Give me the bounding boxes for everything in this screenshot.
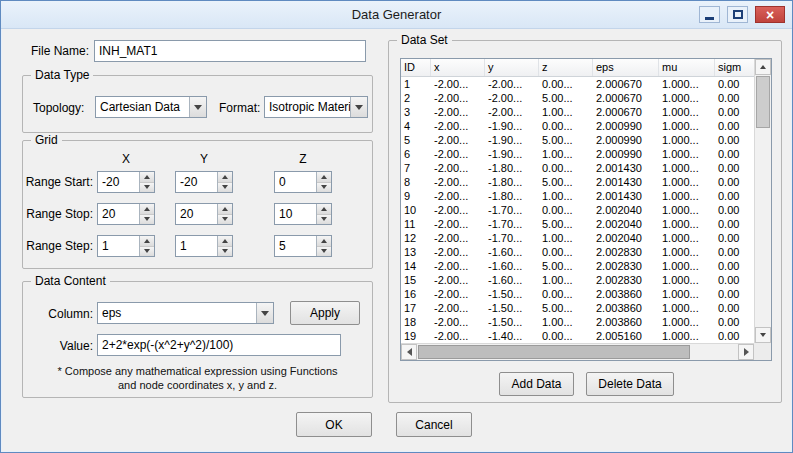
data-content-group: Data Content Column: eps Apply Value: 2+… — [22, 281, 373, 398]
spin-up-icon[interactable] — [317, 236, 331, 247]
column-header-y[interactable]: y — [485, 59, 539, 76]
spinner-value[interactable]: 1 — [176, 236, 217, 256]
spin-up-icon[interactable] — [218, 172, 232, 183]
spin-down-icon[interactable] — [140, 247, 154, 257]
spin-down-icon[interactable] — [140, 215, 154, 225]
vertical-scrollbar[interactable] — [754, 59, 771, 343]
table-row[interactable]: 4-2.00...-1.90...0.00...2.0009901.000...… — [401, 119, 756, 133]
column-header-eps[interactable]: eps — [593, 59, 659, 76]
delete-data-button[interactable]: Delete Data — [586, 372, 674, 396]
spin-up-icon[interactable] — [218, 236, 232, 247]
range-start-y-spinner[interactable]: -20 — [175, 171, 233, 193]
column-header-sigma[interactable]: sigm — [715, 59, 756, 76]
titlebar[interactable]: Data Generator × — [1, 1, 792, 29]
add-data-button[interactable]: Add Data — [499, 372, 574, 396]
window-controls: × — [699, 6, 785, 23]
table-cell: 0.00... — [539, 161, 593, 175]
format-combobox[interactable]: Isotropic Materia — [264, 96, 368, 118]
spinner-value[interactable]: 5 — [275, 236, 316, 256]
column-header-x[interactable]: x — [431, 59, 485, 76]
scroll-left-button[interactable] — [401, 344, 417, 360]
spin-down-icon[interactable] — [317, 183, 331, 193]
table-cell: 2.000670 — [593, 91, 659, 105]
table-cell: 1.000... — [659, 245, 715, 259]
range-step-y-spinner[interactable]: 1 — [175, 235, 233, 257]
table-row[interactable]: 8-2.00...-1.80...5.00...2.0014301.000...… — [401, 175, 756, 189]
scroll-up-button[interactable] — [755, 59, 771, 75]
scroll-down-button[interactable] — [755, 327, 771, 343]
cancel-button[interactable]: Cancel — [396, 412, 472, 437]
chevron-down-icon[interactable] — [350, 97, 367, 117]
spinner-value[interactable]: -20 — [98, 172, 139, 192]
spinner-value[interactable]: 1 — [98, 236, 139, 256]
table-row[interactable]: 16-2.00...-1.50...0.00...2.0038601.000..… — [401, 287, 756, 301]
spin-down-icon[interactable] — [218, 247, 232, 257]
range-stop-y-spinner[interactable]: 20 — [175, 203, 233, 225]
table-row[interactable]: 6-2.00...-1.90...1.00...2.0009901.000...… — [401, 147, 756, 161]
spin-down-icon[interactable] — [317, 215, 331, 225]
table-row[interactable]: 12-2.00...-1.70...1.00...2.0020401.000..… — [401, 231, 756, 245]
spin-down-icon[interactable] — [317, 247, 331, 257]
spinner-value[interactable]: 20 — [176, 204, 217, 224]
column-header-mu[interactable]: mu — [659, 59, 715, 76]
table-row[interactable]: 10-2.00...-1.70...0.00...2.0020401.000..… — [401, 203, 756, 217]
ok-button[interactable]: OK — [296, 412, 372, 437]
table-row[interactable]: 7-2.00...-1.80...0.00...2.0014301.000...… — [401, 161, 756, 175]
table-row[interactable]: 13-2.00...-1.60...0.00...2.0028301.000..… — [401, 245, 756, 259]
spin-up-icon[interactable] — [140, 236, 154, 247]
scroll-right-button[interactable] — [738, 344, 754, 360]
range-step-z-spinner[interactable]: 5 — [274, 235, 332, 257]
spin-down-icon[interactable] — [140, 183, 154, 193]
data-set-table-header: ID x y z eps mu sigm — [401, 59, 756, 77]
spinner-value[interactable]: 0 — [275, 172, 316, 192]
file-name-input[interactable]: INH_MAT1 — [94, 40, 366, 62]
table-row[interactable]: 18-2.00...-1.50...1.00...2.0038601.000..… — [401, 315, 756, 329]
table-cell: -1.50... — [485, 287, 539, 301]
apply-button[interactable]: Apply — [290, 301, 360, 325]
value-input[interactable]: 2+2*exp(-(x^2+y^2)/100) — [97, 334, 341, 356]
close-button[interactable]: × — [755, 6, 785, 23]
table-row[interactable]: 19-2.00...-1.40...0.00...2.0051601.000..… — [401, 329, 756, 343]
table-cell: 0.00... — [539, 77, 593, 91]
column-combobox[interactable]: eps — [97, 302, 274, 324]
spin-up-icon[interactable] — [140, 204, 154, 215]
column-header-id[interactable]: ID — [401, 59, 431, 76]
spin-up-icon[interactable] — [218, 204, 232, 215]
table-row[interactable]: 2-2.00...-2.00...5.00...2.0006701.000...… — [401, 91, 756, 105]
table-row[interactable]: 15-2.00...-1.60...1.00...2.0028301.000..… — [401, 273, 756, 287]
table-cell: 0.00... — [539, 203, 593, 217]
table-cell: -1.50... — [485, 301, 539, 315]
chevron-down-icon[interactable] — [256, 303, 273, 323]
spinner-value[interactable]: 10 — [275, 204, 316, 224]
spin-down-icon[interactable] — [218, 183, 232, 193]
horizontal-scrollbar[interactable] — [401, 343, 754, 360]
column-header-z[interactable]: z — [539, 59, 593, 76]
spin-up-icon[interactable] — [317, 172, 331, 183]
spin-up-icon[interactable] — [140, 172, 154, 183]
table-cell: 2 — [401, 91, 431, 105]
format-label: Format: — [219, 101, 260, 115]
chevron-down-icon[interactable] — [189, 97, 206, 117]
topology-combobox[interactable]: Cartesian Data — [95, 96, 207, 118]
table-row[interactable]: 11-2.00...-1.70...5.00...2.0020401.000..… — [401, 217, 756, 231]
spin-up-icon[interactable] — [317, 204, 331, 215]
spinner-value[interactable]: 20 — [98, 204, 139, 224]
spinner-value[interactable]: -20 — [176, 172, 217, 192]
minimize-button[interactable] — [699, 6, 720, 23]
range-start-x-spinner[interactable]: -20 — [97, 171, 155, 193]
range-step-x-spinner[interactable]: 1 — [97, 235, 155, 257]
range-start-z-spinner[interactable]: 0 — [274, 171, 332, 193]
table-row[interactable]: 3-2.00...-2.00...1.00...2.0006701.000...… — [401, 105, 756, 119]
vertical-scroll-thumb[interactable] — [756, 76, 770, 128]
horizontal-scroll-thumb[interactable] — [418, 345, 690, 359]
range-stop-z-spinner[interactable]: 10 — [274, 203, 332, 225]
maximize-button[interactable] — [727, 6, 748, 23]
table-row[interactable]: 1-2.00...-2.00...0.00...2.0006701.000...… — [401, 77, 756, 91]
table-row[interactable]: 5-2.00...-1.90...5.00...2.0009901.000...… — [401, 133, 756, 147]
table-row[interactable]: 17-2.00...-1.50...5.00...2.0038601.000..… — [401, 301, 756, 315]
table-row[interactable]: 9-2.00...-1.80...1.00...2.0014301.000...… — [401, 189, 756, 203]
table-cell: 1.00... — [539, 315, 593, 329]
range-stop-x-spinner[interactable]: 20 — [97, 203, 155, 225]
table-row[interactable]: 14-2.00...-1.60...5.00...2.0028301.000..… — [401, 259, 756, 273]
spin-down-icon[interactable] — [218, 215, 232, 225]
